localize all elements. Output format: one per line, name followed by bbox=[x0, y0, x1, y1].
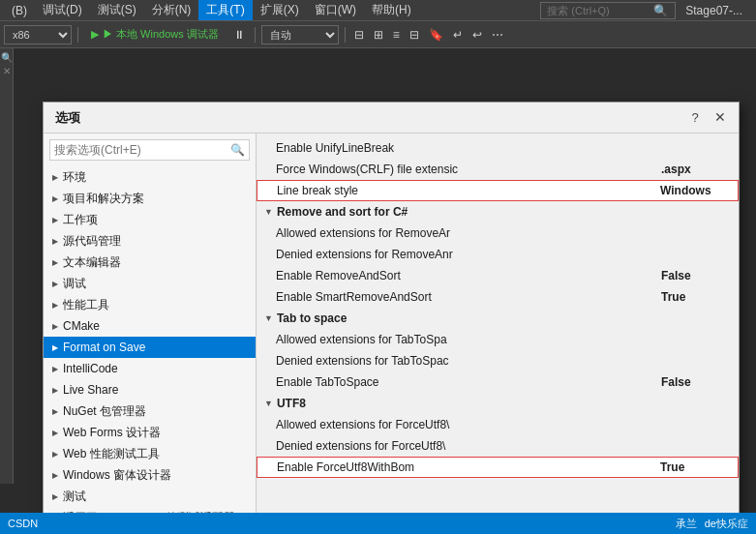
left-panel: 🔍 ▶环境▶项目和解决方案▶工作项▶源代码管理▶文本编辑器▶调试▶性能工具▶CM… bbox=[44, 134, 257, 534]
tree-item-2[interactable]: ▶工作项 bbox=[44, 209, 256, 230]
tree-label-12: Web Forms 设计器 bbox=[63, 425, 161, 441]
menubar-item-test[interactable]: 测试(S) bbox=[90, 0, 144, 20]
settings-value-1-3: True bbox=[661, 290, 719, 304]
settings-row-0-2[interactable]: Line break styleWindows bbox=[257, 180, 739, 201]
run-icon: ▶ bbox=[91, 28, 99, 41]
tree-item-10[interactable]: ▶Live Share bbox=[44, 379, 256, 400]
side-icon-search[interactable]: 🔍 bbox=[2, 52, 12, 62]
settings-row-3-2[interactable]: Enable ForceUtf8WithBomTrue bbox=[257, 457, 739, 478]
section-label-2: Tab to space bbox=[277, 312, 347, 325]
platform-dropdown[interactable]: x86 bbox=[4, 25, 72, 44]
tree-label-7: CMake bbox=[63, 319, 100, 333]
tree-item-4[interactable]: ▶文本编辑器 bbox=[44, 252, 256, 273]
section-header-3[interactable]: ▼UTF8 bbox=[257, 393, 739, 414]
run-label: ▶ 本地 Windows 调试器 bbox=[103, 27, 219, 42]
toolbar-icon-5[interactable]: 🔖 bbox=[426, 28, 446, 42]
run-button[interactable]: ▶ ▶ 本地 Windows 调试器 bbox=[84, 25, 226, 44]
menubar-item-window[interactable]: 窗口(W) bbox=[307, 0, 364, 20]
settings-row-2-2[interactable]: Enable TabToSpaceFalse bbox=[257, 371, 739, 393]
settings-key-3-1: Denied extensions for ForceUtf8\ bbox=[276, 439, 661, 453]
dialog-titlebar: 选项 ? ✕ bbox=[44, 103, 739, 134]
tree-arrow-14: ▶ bbox=[47, 467, 63, 483]
tree-arrow-10: ▶ bbox=[47, 382, 63, 398]
tree-label-10: Live Share bbox=[63, 383, 118, 397]
settings-key-3-2: Enable ForceUtf8WithBom bbox=[277, 460, 660, 474]
settings-row-1-1[interactable]: Denied extensions for RemoveAnr bbox=[257, 244, 739, 265]
menubar: (B) 调试(D) 测试(S) 分析(N) 工具(T) 扩展(X) 窗口(W) … bbox=[0, 0, 756, 21]
section-arrow-1: ▼ bbox=[264, 207, 273, 217]
dialog-close-button[interactable]: ✕ bbox=[710, 106, 731, 128]
tree-item-15[interactable]: ▶测试 bbox=[44, 486, 256, 507]
settings-row-2-1[interactable]: Denied extensions for TabToSpac bbox=[257, 350, 739, 371]
dialog-help-button[interactable]: ? bbox=[684, 106, 706, 128]
tree-item-11[interactable]: ▶NuGet 包管理器 bbox=[44, 400, 256, 422]
settings-row-1-0[interactable]: Allowed extensions for RemoveAr bbox=[257, 222, 739, 244]
options-search-input[interactable] bbox=[50, 143, 227, 157]
tree-label-9: IntelliCode bbox=[63, 362, 118, 375]
settings-value-3-2: True bbox=[660, 460, 718, 474]
settings-value-2-2: False bbox=[661, 375, 719, 389]
section-header-2[interactable]: ▼Tab to space bbox=[257, 308, 739, 329]
stage-title: Stage07-... bbox=[676, 4, 752, 17]
toolbar-icon-3[interactable]: ≡ bbox=[390, 28, 403, 42]
settings-row-3-0[interactable]: Allowed extensions for ForceUtf8\ bbox=[257, 414, 739, 435]
settings-value-0-1: .aspx bbox=[661, 163, 719, 176]
tree-arrow-2: ▶ bbox=[47, 212, 63, 227]
section-header-1[interactable]: ▼Remove and sort for C# bbox=[257, 201, 739, 222]
tree-item-8[interactable]: ▶Format on Save bbox=[44, 337, 256, 358]
side-icon-x[interactable]: ✕ bbox=[2, 66, 12, 75]
search-icon: 🔍 bbox=[653, 4, 668, 17]
tree-item-0[interactable]: ▶环境 bbox=[44, 166, 256, 188]
tree-item-5[interactable]: ▶调试 bbox=[44, 273, 256, 294]
search-input[interactable] bbox=[547, 5, 653, 16]
mode-dropdown[interactable]: 自动 bbox=[261, 25, 339, 44]
toolbar-separator-2 bbox=[255, 27, 256, 43]
toolbar-icon-4[interactable]: ⊟ bbox=[407, 28, 422, 42]
tree-item-1[interactable]: ▶项目和解决方案 bbox=[44, 188, 256, 209]
menubar-item-ext[interactable]: 扩展(X) bbox=[253, 0, 307, 20]
toolbar-icon-7[interactable]: ↩ bbox=[469, 28, 485, 42]
settings-key-1-2: Enable RemoveAndSort bbox=[276, 269, 661, 282]
tree-item-3[interactable]: ▶源代码管理 bbox=[44, 230, 256, 252]
search-bar[interactable]: 🔍 bbox=[540, 2, 676, 19]
menubar-item-debug[interactable]: 调试(D) bbox=[35, 0, 90, 20]
tree-arrow-9: ▶ bbox=[47, 361, 63, 376]
dialog-body: 🔍 ▶环境▶项目和解决方案▶工作项▶源代码管理▶文本编辑器▶调试▶性能工具▶CM… bbox=[44, 134, 739, 534]
tree-arrow-3: ▶ bbox=[47, 233, 63, 249]
options-search-icon: 🔍 bbox=[227, 143, 249, 157]
statusbar: CSDN 承兰 de快乐症 bbox=[0, 513, 756, 534]
settings-row-1-3[interactable]: Enable SmartRemoveAndSortTrue bbox=[257, 286, 739, 308]
tree-arrow-4: ▶ bbox=[47, 254, 63, 270]
tree-label-14: Windows 窗体设计器 bbox=[63, 467, 171, 484]
tree-item-7[interactable]: ▶CMake bbox=[44, 315, 256, 337]
menubar-item-b[interactable]: (B) bbox=[4, 2, 35, 19]
settings-row-2-0[interactable]: Allowed extensions for TabToSpa bbox=[257, 329, 739, 350]
tree-item-9[interactable]: ▶IntelliCode bbox=[44, 358, 256, 379]
menubar-item-tools[interactable]: 工具(T) bbox=[198, 0, 252, 20]
tree-item-12[interactable]: ▶Web Forms 设计器 bbox=[44, 422, 256, 443]
tree-item-14[interactable]: ▶Windows 窗体设计器 bbox=[44, 464, 256, 486]
menubar-item-analyze[interactable]: 分析(N) bbox=[144, 0, 199, 20]
toolbar-icon-pause[interactable]: ⏸ bbox=[229, 28, 249, 42]
settings-key-1-0: Allowed extensions for RemoveAr bbox=[276, 226, 661, 240]
tree-label-13: Web 性能测试工具 bbox=[63, 446, 160, 462]
toolbar-icon-6[interactable]: ↵ bbox=[450, 28, 466, 42]
tree-arrow-6: ▶ bbox=[47, 297, 63, 312]
tree-item-6[interactable]: ▶性能工具 bbox=[44, 294, 256, 315]
settings-row-3-1[interactable]: Denied extensions for ForceUtf8\ bbox=[257, 435, 739, 457]
toolbar-separator-3 bbox=[345, 27, 346, 43]
settings-row-0-0[interactable]: Enable UnifyLineBreak bbox=[257, 137, 739, 159]
tree-arrow-15: ▶ bbox=[47, 489, 63, 504]
settings-row-0-1[interactable]: Force Windows(CRLF) file extensic.aspx bbox=[257, 159, 739, 180]
toolbar-icon-1[interactable]: ⊟ bbox=[351, 28, 367, 42]
toolbar-icon-8[interactable]: ⋯ bbox=[489, 28, 506, 42]
tree-arrow-11: ▶ bbox=[47, 403, 63, 419]
tree-arrow-8: ▶ bbox=[47, 340, 63, 355]
options-search-bar[interactable]: 🔍 bbox=[49, 139, 250, 161]
dialog-title: 选项 bbox=[55, 109, 80, 127]
options-dialog: 选项 ? ✕ 🔍 ▶环境▶项目和解决方案▶工作项▶源代码管理▶文本编辑器▶调试▶… bbox=[43, 102, 740, 534]
toolbar-icon-2[interactable]: ⊞ bbox=[371, 28, 386, 42]
settings-row-1-2[interactable]: Enable RemoveAndSortFalse bbox=[257, 265, 739, 286]
menubar-item-help[interactable]: 帮助(H) bbox=[364, 0, 419, 20]
tree-item-13[interactable]: ▶Web 性能测试工具 bbox=[44, 443, 256, 464]
